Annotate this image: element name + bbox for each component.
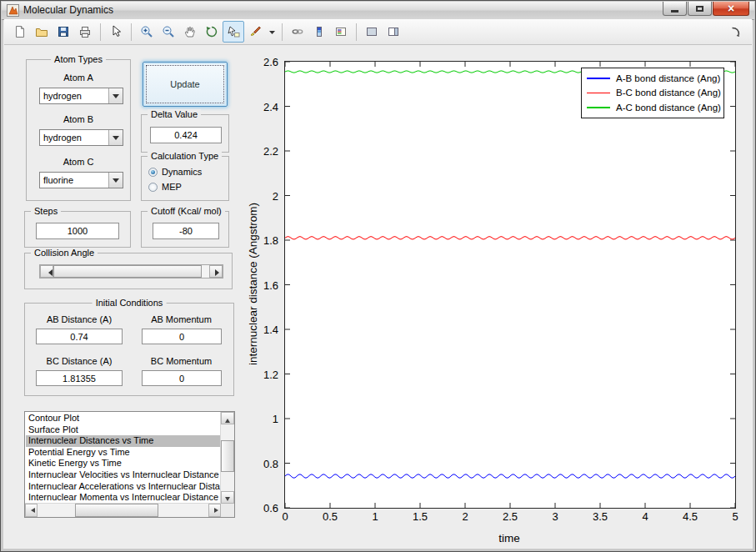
minimize-button[interactable] — [663, 2, 687, 16]
initial-conditions-title: Initial Conditions — [93, 298, 167, 308]
radio-option-mep[interactable]: MEP — [142, 179, 228, 194]
insert-colorbar-button[interactable] — [308, 21, 330, 43]
y-axis-ticks: 0.60.811.21.41.61.822.22.42.6 — [245, 61, 278, 509]
plot-axes[interactable] — [284, 61, 736, 509]
data-cursor-button[interactable] — [223, 21, 244, 43]
bc-distance-input[interactable] — [36, 370, 123, 386]
x-tick-label: 0.5 — [323, 510, 338, 523]
radio-button-icon[interactable] — [148, 168, 158, 177]
app-icon — [7, 4, 19, 17]
scroll-up-button[interactable] — [221, 412, 234, 424]
dropdown-arrow-icon[interactable] — [108, 88, 123, 103]
ab-distance-input[interactable] — [36, 329, 123, 344]
chevron-down-icon — [268, 25, 276, 38]
pan-button[interactable] — [179, 21, 201, 43]
plot-list-item[interactable]: Kinetic Energy vs Time — [26, 458, 220, 469]
print-icon — [78, 25, 92, 38]
brush-dropdown-button[interactable] — [266, 21, 278, 43]
plot-list-item[interactable]: Internuclear Velocities vs Internuclear … — [26, 469, 220, 481]
brush-button[interactable] — [244, 21, 266, 43]
x-tick-label: 1 — [372, 510, 378, 523]
calculation-type-title: Calculation Type — [148, 151, 222, 161]
plot-list-item[interactable]: Internuclear Momenta vs Internuclear Dis… — [26, 492, 220, 503]
insert-legend-button[interactable] — [330, 21, 352, 43]
radio-option-dynamics[interactable]: Dynamics — [142, 164, 228, 179]
radio-button-icon[interactable] — [148, 183, 158, 192]
list-horizontal-scrollbar[interactable] — [25, 503, 221, 517]
vertical-scroll-thumb[interactable] — [221, 440, 234, 472]
print-figure-button[interactable] — [74, 21, 96, 43]
plot-legend[interactable]: A-B bond distance (Ang) B-C bond distanc… — [581, 68, 724, 118]
title-bar[interactable]: Molecular Dynamics × — [2, 2, 754, 20]
x-tick-label: 3 — [552, 510, 558, 523]
steps-title: Steps — [31, 206, 61, 216]
list-vertical-scrollbar[interactable] — [220, 412, 234, 504]
ab-momentum-input[interactable] — [142, 329, 222, 344]
plot-list-item[interactable]: Potential Energy vs Time — [26, 447, 220, 459]
zoom-out-icon — [162, 25, 175, 38]
close-button[interactable]: × — [713, 2, 749, 16]
toolbar-separator — [282, 23, 283, 41]
slider-right-arrow[interactable] — [209, 265, 223, 278]
save-figure-button[interactable] — [53, 21, 74, 43]
legend-item[interactable]: B-C bond distance (Ang) — [582, 86, 723, 101]
cutoff-input[interactable] — [153, 223, 219, 239]
show-plot-tools-button[interactable] — [383, 21, 404, 43]
atom-c-select[interactable]: fluorine — [39, 172, 123, 188]
open-file-button[interactable] — [31, 21, 53, 43]
y-tick-label: 2.2 — [263, 145, 278, 158]
new-figure-button[interactable] — [9, 21, 31, 43]
delta-value-input[interactable] — [150, 127, 222, 143]
save-icon — [57, 25, 70, 38]
slider-thumb[interactable] — [53, 265, 202, 278]
update-button[interactable]: Update — [143, 62, 228, 107]
steps-input[interactable] — [36, 223, 119, 239]
scroll-right-button[interactable] — [208, 504, 221, 517]
atom-a-select[interactable]: hydrogen — [39, 88, 123, 104]
radio-label: MEP — [162, 182, 182, 192]
maximize-button[interactable] — [688, 2, 712, 16]
initial-conditions-panel: Initial Conditions AB Distance (A) AB Mo… — [24, 303, 234, 396]
plot-list-item[interactable]: Internuclear Accelerations vs Internucle… — [26, 481, 220, 493]
arrow-up-icon — [225, 416, 230, 423]
scroll-down-button[interactable] — [221, 491, 234, 504]
plot-list-item[interactable]: Contour Plot — [26, 413, 220, 424]
horizontal-scroll-thumb[interactable] — [75, 504, 158, 517]
zoom-out-button[interactable] — [158, 21, 179, 43]
steps-panel: Steps — [24, 211, 131, 248]
legend-item[interactable]: A-C bond distance (Ang) — [582, 100, 723, 115]
x-tick-label: 4.5 — [683, 510, 698, 523]
atom-a-label: Atom A — [27, 73, 130, 83]
link-plot-button[interactable] — [287, 21, 308, 43]
app-window: Molecular Dynamics × Atom Types — [0, 0, 756, 552]
x-axis-label: time — [284, 532, 734, 544]
y-tick-label: 2 — [273, 189, 278, 202]
atom-b-select[interactable]: hydrogen — [39, 129, 123, 146]
atom-types-panel: Atom Types Atom A hydrogen Atom B hydrog… — [26, 59, 131, 201]
scrollbar-corner — [221, 504, 234, 517]
hand-pan-icon — [183, 25, 197, 38]
legend-item[interactable]: A-B bond distance (Ang) — [582, 71, 723, 86]
atom-b-value: hydrogen — [43, 130, 82, 145]
plot-type-listbox[interactable]: Contour PlotSurface PlotInternuclear Dis… — [24, 411, 235, 518]
y-tick-label: 0.6 — [263, 502, 278, 514]
dock-figure-button[interactable] — [725, 21, 747, 43]
atom-c-value: fluorine — [43, 173, 73, 188]
zoom-in-icon — [140, 25, 153, 38]
edit-plot-button[interactable] — [105, 21, 127, 43]
bc-momentum-input[interactable] — [142, 370, 222, 386]
collision-angle-slider[interactable] — [39, 264, 223, 279]
plot-list-item[interactable]: Internuclear Distances vs Time — [26, 435, 220, 447]
x-tick-label: 0 — [282, 510, 288, 523]
hide-plot-tools-button[interactable] — [361, 21, 383, 43]
legend-line-swatch — [587, 107, 610, 108]
x-tick-label: 4 — [642, 510, 648, 523]
scroll-left-button[interactable] — [25, 504, 38, 517]
zoom-in-button[interactable] — [136, 21, 158, 43]
plot-list-item[interactable]: Surface Plot — [26, 424, 220, 436]
dropdown-arrow-icon[interactable] — [108, 130, 123, 145]
slider-left-arrow[interactable] — [40, 265, 53, 278]
dropdown-arrow-icon[interactable] — [108, 173, 123, 188]
x-axis-ticks: 00.511.522.533.544.55 — [285, 510, 735, 525]
rotate-3d-button[interactable] — [201, 21, 223, 43]
